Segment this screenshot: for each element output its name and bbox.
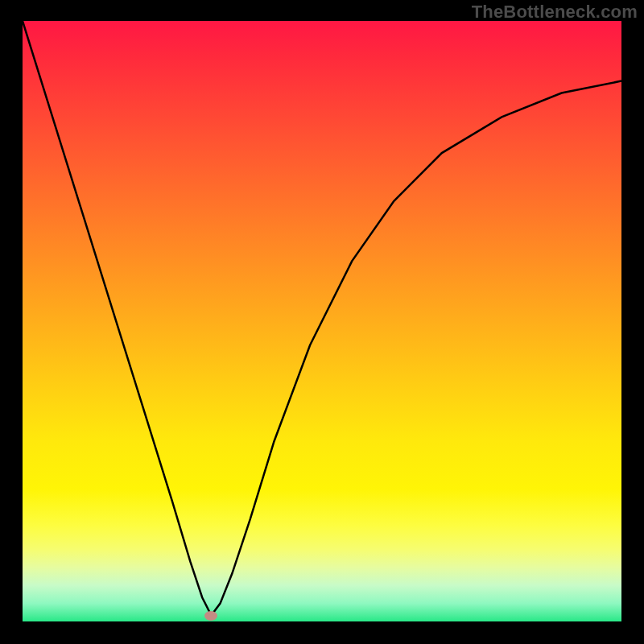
optimal-point-marker: [204, 611, 217, 621]
bottleneck-curve: [23, 21, 621, 621]
plot-area: [23, 21, 621, 621]
chart-frame: TheBottleneck.com: [0, 0, 644, 644]
watermark-text: TheBottleneck.com: [472, 2, 638, 23]
